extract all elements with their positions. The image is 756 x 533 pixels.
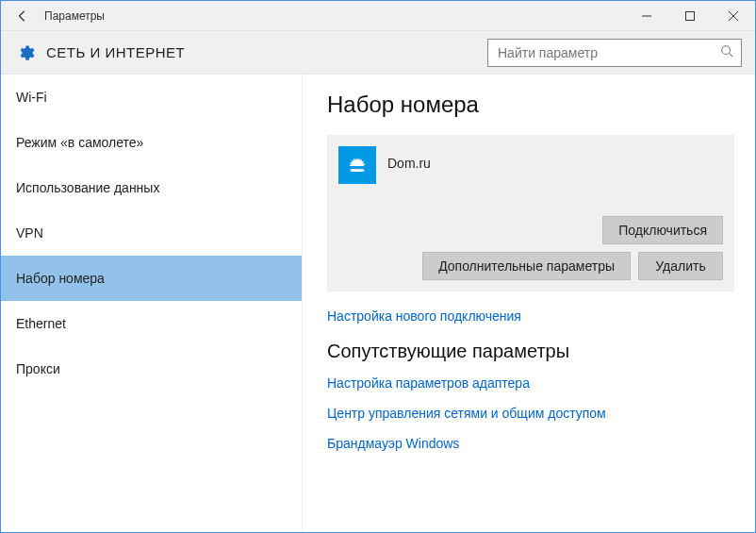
settings-window: Параметры СЕТЬ И ИНТЕРНЕТ [0, 0, 756, 533]
sidebar-item-label: Ethernet [16, 316, 66, 331]
sidebar-item-label: Wi-Fi [16, 90, 47, 105]
related-link-adapter[interactable]: Настройка параметров адаптера [327, 375, 734, 391]
section-heading: СЕТЬ И ИНТЕРНЕТ [46, 44, 185, 60]
search-input[interactable] [496, 44, 715, 61]
minimize-icon [642, 11, 651, 21]
sidebar-item-vpn[interactable]: VPN [1, 210, 302, 256]
related-link-sharing-center[interactable]: Центр управления сетями и общим доступом [327, 406, 734, 421]
search-icon [720, 44, 733, 60]
sidebar-item-dialup[interactable]: Набор номера [1, 256, 302, 301]
titlebar: Параметры [1, 1, 755, 31]
window-title: Параметры [44, 9, 105, 23]
arrow-left-icon [16, 9, 29, 23]
sidebar-item-label: Использование данных [16, 180, 159, 195]
gear-icon [14, 42, 37, 64]
svg-rect-1 [686, 11, 695, 20]
dialup-icon [338, 146, 376, 184]
header: СЕТЬ И ИНТЕРНЕТ [1, 31, 755, 75]
content: Набор номера Dom.ru Подключиться [303, 75, 755, 532]
connection-card[interactable]: Dom.ru Подключиться Дополнительные парам… [327, 135, 734, 291]
related-heading: Сопутствующие параметры [327, 341, 734, 362]
close-button[interactable] [712, 1, 755, 31]
delete-button[interactable]: Удалить [638, 252, 723, 280]
connection-name: Dom.ru [387, 156, 431, 171]
sidebar-item-airplane[interactable]: Режим «в самолете» [1, 120, 302, 165]
sidebar-item-wifi[interactable]: Wi-Fi [1, 75, 302, 120]
close-icon [729, 11, 738, 21]
minimize-button[interactable] [625, 1, 668, 31]
sidebar-item-label: VPN [16, 225, 43, 241]
sidebar-item-data-usage[interactable]: Использование данных [1, 165, 302, 210]
related-link-firewall[interactable]: Брандмауэр Windows [327, 436, 734, 451]
back-button[interactable] [8, 2, 37, 30]
sidebar: Wi-Fi Режим «в самолете» Использование д… [1, 75, 303, 532]
connect-button[interactable]: Подключиться [602, 216, 723, 244]
sidebar-item-label: Режим «в самолете» [16, 135, 143, 150]
search-box[interactable] [487, 39, 742, 67]
maximize-icon [685, 11, 695, 21]
advanced-button[interactable]: Дополнительные параметры [422, 252, 631, 280]
body: Wi-Fi Режим «в самолете» Использование д… [1, 75, 755, 532]
svg-rect-6 [352, 169, 364, 172]
sidebar-item-label: Набор номера [16, 271, 105, 286]
sidebar-item-ethernet[interactable]: Ethernet [1, 301, 302, 346]
svg-line-5 [730, 54, 733, 58]
new-connection-link[interactable]: Настройка нового подключения [327, 308, 734, 324]
svg-point-4 [722, 46, 731, 55]
maximize-button[interactable] [668, 1, 712, 31]
page-title: Набор номера [327, 92, 734, 118]
sidebar-item-label: Прокси [16, 361, 60, 376]
sidebar-item-proxy[interactable]: Прокси [1, 346, 302, 391]
